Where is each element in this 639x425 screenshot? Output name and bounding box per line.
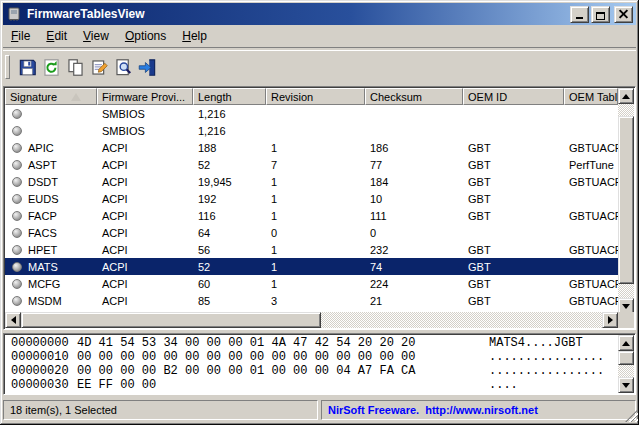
hex-bytes: 00 00 00 00 B2 00 00 00 01 00 00 00 04 A… xyxy=(77,364,427,378)
cell-signature: MSDM xyxy=(5,292,97,309)
table-row[interactable]: HPETACPI561232GBTGBTUACPI xyxy=(5,241,618,258)
cell-revision: 1 xyxy=(266,207,365,224)
menu-item-help[interactable]: Help xyxy=(174,27,215,45)
exit-button[interactable] xyxy=(135,55,159,79)
cell-signature: FACS xyxy=(5,224,97,241)
table-row[interactable]: FACPACPI1161111GBTGBTUACPI xyxy=(5,207,618,224)
title-bar[interactable]: FirmwareTablesView xyxy=(3,3,636,25)
cell-text: HPET xyxy=(28,244,57,256)
column-header-label: Revision xyxy=(271,91,313,103)
column-header-firmware-provi[interactable]: Firmware Provi... xyxy=(97,88,193,105)
properties-button[interactable] xyxy=(87,55,111,79)
status-nirsoft-link[interactable]: NirSoft Freeware. http://www.nirsoft.net xyxy=(321,400,636,420)
hex-view-panel[interactable]: 000000004D 41 54 53 34 00 00 00 01 4A 47… xyxy=(3,333,636,395)
app-icon xyxy=(6,6,22,22)
scroll-thumb[interactable] xyxy=(618,351,634,365)
table-row[interactable]: SMBIOS1,216 xyxy=(5,122,618,139)
scroll-left-button[interactable] xyxy=(5,312,21,328)
cell-oem_id: GBT xyxy=(463,139,564,156)
scroll-up-button[interactable] xyxy=(618,88,634,104)
cell-oem_table xyxy=(564,122,618,139)
column-header-label: Checksum xyxy=(370,91,422,103)
firmware-table-icon xyxy=(12,296,22,306)
toolbar-gripper[interactable] xyxy=(5,55,10,79)
cell-length: 52 xyxy=(193,156,266,173)
scroll-down-button[interactable] xyxy=(618,377,634,393)
cell-length: 60 xyxy=(193,275,266,292)
menu-bar: FileEditViewOptionsHelp xyxy=(3,25,636,47)
cell-text: DSDT xyxy=(28,176,58,188)
table-row[interactable]: DSDTACPI19,9451184GBTGBTUACPI xyxy=(5,173,618,190)
column-header-oem-id[interactable]: OEM ID xyxy=(463,88,564,105)
scroll-thumb[interactable] xyxy=(618,116,634,284)
cell-checksum: 184 xyxy=(365,173,463,190)
hex-line: 0000001000 00 00 00 00 00 00 00 00 00 00… xyxy=(6,350,617,364)
cell-provider: ACPI xyxy=(97,173,193,190)
hex-lines: 000000004D 41 54 53 34 00 00 00 01 4A 47… xyxy=(6,336,617,392)
save-button[interactable] xyxy=(15,55,39,79)
table-row[interactable]: EUDSACPI192110GBT xyxy=(5,190,618,207)
column-header-revision[interactable]: Revision xyxy=(266,88,365,105)
maximize-icon xyxy=(596,12,605,20)
menu-item-view[interactable]: View xyxy=(75,27,117,45)
minimize-icon xyxy=(576,17,583,19)
column-header-checksum[interactable]: Checksum xyxy=(365,88,463,105)
list-body: SMBIOS1,216SMBIOS1,216APICACPI1881186GBT… xyxy=(5,105,618,312)
close-button[interactable] xyxy=(614,6,633,23)
table-row[interactable]: APICACPI1881186GBTGBTUACPI xyxy=(5,139,618,156)
copy-button[interactable] xyxy=(63,55,87,79)
firmware-table-icon xyxy=(12,279,22,289)
hex-ascii: ................ xyxy=(427,350,604,364)
cell-length: 1,216 xyxy=(193,105,266,122)
table-row[interactable]: FACSACPI6400 xyxy=(5,224,618,241)
scroll-up-button[interactable] xyxy=(618,335,634,351)
cell-provider: ACPI xyxy=(97,241,193,258)
cell-revision: 1 xyxy=(266,241,365,258)
cell-length: 52 xyxy=(193,258,266,275)
arrow-down-icon xyxy=(622,383,630,388)
table-row[interactable]: MATSACPI52174GBT xyxy=(5,258,618,275)
column-header-label: OEM ID xyxy=(468,91,507,103)
firmware-table-icon xyxy=(12,194,22,204)
refresh-icon xyxy=(42,58,61,77)
scroll-right-button[interactable] xyxy=(602,312,618,328)
table-row[interactable]: MCFGACPI601224GBTGBTUACPI xyxy=(5,275,618,292)
cell-oem_table: GBTUACPI xyxy=(564,292,618,309)
hex-bytes: EE FF 00 00 xyxy=(77,378,427,392)
table-row[interactable]: ASPTACPI52777GBTPerfTune xyxy=(5,156,618,173)
list-horizontal-scrollbar xyxy=(5,312,618,328)
firmware-table-icon xyxy=(12,262,22,272)
maximize-button[interactable] xyxy=(591,6,610,23)
hex-vertical-scrollbar xyxy=(618,335,634,393)
cell-length: 85 xyxy=(193,292,266,309)
menu-item-options[interactable]: Options xyxy=(117,27,174,45)
firmware-table-icon xyxy=(12,228,22,238)
exit-icon xyxy=(138,58,157,77)
cell-oem_id: GBT xyxy=(463,156,564,173)
menu-item-file[interactable]: File xyxy=(3,27,38,45)
hex-bytes: 4D 41 54 53 34 00 00 00 01 4A 47 42 54 2… xyxy=(77,336,427,350)
cell-checksum: 10 xyxy=(365,190,463,207)
column-header-signature[interactable]: Signature xyxy=(5,88,97,105)
column-header-oem-table[interactable]: OEM Table xyxy=(564,88,618,105)
arrow-up-icon xyxy=(622,341,630,346)
table-row[interactable]: MSDMACPI85321GBTGBTUACPI xyxy=(5,292,618,309)
cell-oem_table: PerfTune xyxy=(564,156,618,173)
cell-text: APIC xyxy=(28,142,54,154)
cell-oem_table: GBTUACPI xyxy=(564,241,618,258)
refresh-button[interactable] xyxy=(39,55,63,79)
column-header-length[interactable]: Length xyxy=(193,88,266,105)
column-header-label: Signature xyxy=(10,91,57,103)
cell-length: 116 xyxy=(193,207,266,224)
column-header-label: Length xyxy=(198,91,232,103)
firmware-table-icon xyxy=(12,160,22,170)
menu-item-edit[interactable]: Edit xyxy=(38,27,75,45)
minimize-button[interactable] xyxy=(570,6,589,23)
firmware-table-icon xyxy=(12,177,22,187)
cell-provider: SMBIOS xyxy=(97,122,193,139)
find-button[interactable] xyxy=(111,55,135,79)
table-row[interactable]: SMBIOS1,216 xyxy=(5,105,618,122)
cell-oem_table: GBTUACPI xyxy=(564,173,618,190)
hex-address: 00000010 xyxy=(6,350,77,364)
scroll-thumb[interactable] xyxy=(21,312,321,328)
